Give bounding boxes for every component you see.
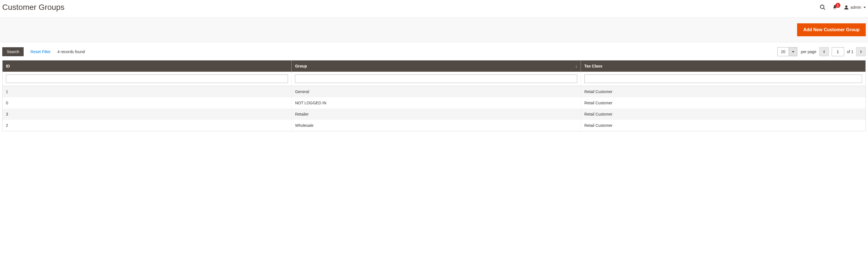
svg-point-0 (820, 5, 824, 9)
add-new-customer-group-button[interactable]: Add New Customer Group (797, 23, 866, 36)
column-header-id[interactable]: ID (3, 61, 291, 72)
per-page-dropdown-toggle[interactable] (788, 47, 797, 56)
cell-tax-class: Retail Customer (581, 86, 865, 98)
action-bar: Add New Customer Group (0, 18, 868, 42)
chevron-right-icon (860, 50, 862, 54)
per-page-select[interactable]: 20 (777, 47, 798, 56)
user-icon (844, 5, 849, 10)
search-button[interactable]: Search (2, 47, 24, 56)
svg-line-1 (824, 8, 825, 10)
cell-id: 2 (3, 120, 291, 131)
table-row[interactable]: 1 General Retail Customer (3, 86, 866, 98)
cell-id: 0 (3, 97, 291, 108)
admin-user-menu[interactable]: admin (844, 5, 866, 10)
search-icon[interactable] (819, 4, 826, 10)
chevron-down-icon (792, 51, 794, 53)
table-row[interactable]: 2 Wholesale Retail Customer (3, 120, 866, 131)
next-page-button[interactable] (856, 47, 866, 56)
svg-point-2 (845, 5, 847, 8)
table-row[interactable]: 0 NOT LOGGED IN Retail Customer (3, 97, 866, 108)
cell-id: 3 (3, 108, 291, 120)
cell-tax-class: Retail Customer (581, 97, 865, 108)
of-pages-label: of 1 (847, 49, 854, 54)
sort-indicator-icon: ↓ (575, 64, 577, 68)
customer-groups-table: ID Group ↓ Tax Class 1 General Retail Cu… (2, 60, 866, 131)
cell-group: Retailer (291, 108, 581, 120)
notification-badge: 1 (835, 3, 840, 8)
page-title: Customer Groups (2, 3, 64, 12)
current-page-input[interactable] (832, 47, 844, 56)
column-header-group-label: Group (295, 64, 307, 68)
filter-group-input[interactable] (295, 74, 577, 83)
records-found-label: 4 records found (57, 49, 85, 54)
prev-page-button[interactable] (819, 47, 829, 56)
chevron-down-icon (864, 7, 866, 8)
chevron-left-icon (823, 50, 826, 54)
filter-row (3, 72, 866, 86)
cell-group: General (291, 86, 581, 98)
table-row[interactable]: 3 Retailer Retail Customer (3, 108, 866, 120)
filter-tax-class-input[interactable] (584, 74, 862, 83)
cell-tax-class: Retail Customer (581, 120, 865, 131)
filter-id-input[interactable] (6, 74, 288, 83)
column-header-group[interactable]: Group ↓ (291, 61, 581, 72)
cell-group: Wholesale (291, 120, 581, 131)
reset-filter-link[interactable]: Reset Filter (30, 49, 51, 54)
cell-group: NOT LOGGED IN (291, 97, 581, 108)
per-page-label: per page (801, 49, 816, 54)
cell-tax-class: Retail Customer (581, 108, 865, 120)
header-actions: 1 admin (819, 4, 866, 10)
cell-id: 1 (3, 86, 291, 98)
per-page-value: 20 (778, 47, 789, 56)
notifications-icon[interactable]: 1 (832, 4, 838, 10)
admin-user-label: admin (850, 5, 861, 9)
column-header-tax-class[interactable]: Tax Class (581, 61, 865, 72)
